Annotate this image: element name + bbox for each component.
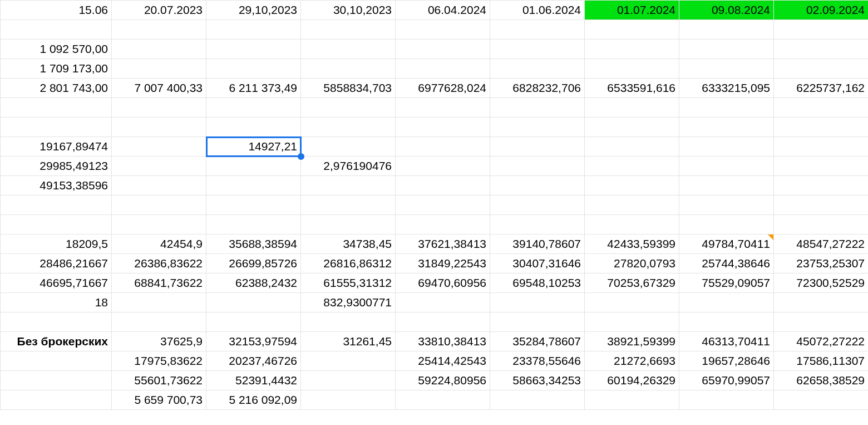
data-cell[interactable]: 46695,71667: [1, 273, 112, 293]
data-cell[interactable]: 42454,9: [112, 235, 206, 254]
data-cell[interactable]: [396, 98, 490, 118]
data-cell[interactable]: 31261,45: [301, 332, 396, 351]
header-cell[interactable]: 15.06: [1, 1, 112, 20]
data-cell[interactable]: [396, 293, 490, 312]
header-cell[interactable]: 01.07.2024: [585, 1, 679, 20]
data-cell[interactable]: [112, 312, 206, 332]
data-cell[interactable]: [774, 312, 869, 332]
data-cell[interactable]: 23378,55646: [490, 351, 585, 371]
data-cell[interactable]: 33810,38413: [396, 332, 490, 351]
data-cell[interactable]: [206, 215, 301, 235]
data-cell[interactable]: 69470,60956: [396, 273, 490, 293]
data-cell[interactable]: 7 007 400,33: [112, 79, 206, 98]
data-cell[interactable]: 68841,73622: [112, 273, 206, 293]
data-cell[interactable]: 20237,46726: [206, 351, 301, 371]
data-cell[interactable]: 832,9300771: [301, 293, 396, 312]
data-cell[interactable]: [396, 59, 490, 79]
data-cell[interactable]: 6533591,616: [585, 79, 679, 98]
data-cell[interactable]: [774, 390, 869, 410]
data-cell[interactable]: [206, 59, 301, 79]
data-cell[interactable]: [301, 98, 396, 118]
data-cell[interactable]: [679, 118, 774, 137]
header-cell[interactable]: 09.08.2024: [679, 1, 774, 20]
data-cell[interactable]: [774, 20, 869, 40]
data-cell[interactable]: [206, 40, 301, 59]
data-cell[interactable]: [774, 59, 869, 79]
data-cell[interactable]: 6 211 373,49: [206, 79, 301, 98]
data-cell[interactable]: 48547,27222: [774, 235, 869, 254]
data-cell[interactable]: [396, 137, 490, 157]
data-cell[interactable]: [301, 137, 396, 157]
data-cell[interactable]: [585, 40, 679, 59]
data-cell[interactable]: [585, 196, 679, 215]
data-cell[interactable]: [206, 196, 301, 215]
data-cell[interactable]: [112, 196, 206, 215]
data-cell[interactable]: 6225737,162: [774, 79, 869, 98]
data-cell[interactable]: [774, 293, 869, 312]
data-cell[interactable]: [490, 59, 585, 79]
data-cell[interactable]: 70253,67329: [585, 273, 679, 293]
data-cell[interactable]: [206, 20, 301, 40]
data-cell[interactable]: [679, 312, 774, 332]
data-cell[interactable]: [1, 351, 112, 371]
spreadsheet-grid[interactable]: 15.0620.07.202329,10,202330,10,202306.04…: [0, 0, 868, 410]
data-cell[interactable]: [490, 157, 585, 176]
header-cell[interactable]: 06.04.2024: [396, 1, 490, 20]
data-cell[interactable]: [112, 293, 206, 312]
data-cell[interactable]: [490, 40, 585, 59]
data-cell[interactable]: [679, 20, 774, 40]
data-cell[interactable]: [490, 293, 585, 312]
data-cell[interactable]: 21272,6693: [585, 351, 679, 371]
data-cell[interactable]: 18: [1, 293, 112, 312]
data-cell[interactable]: 69548,10253: [490, 273, 585, 293]
data-cell[interactable]: [112, 157, 206, 176]
data-cell[interactable]: 61555,31312: [301, 273, 396, 293]
data-cell[interactable]: [490, 196, 585, 215]
data-cell[interactable]: [396, 20, 490, 40]
data-cell[interactable]: [774, 137, 869, 157]
data-cell[interactable]: [679, 390, 774, 410]
data-cell[interactable]: [1, 98, 112, 118]
data-cell[interactable]: [490, 390, 585, 410]
data-cell[interactable]: 19167,89474: [1, 137, 112, 157]
data-cell[interactable]: [206, 293, 301, 312]
data-cell[interactable]: [301, 215, 396, 235]
data-cell[interactable]: [490, 215, 585, 235]
data-cell[interactable]: 75529,09057: [679, 273, 774, 293]
data-cell[interactable]: 26699,85726: [206, 254, 301, 273]
data-cell[interactable]: [585, 215, 679, 235]
data-cell[interactable]: [490, 137, 585, 157]
data-cell[interactable]: 49153,38596: [1, 176, 112, 196]
data-cell[interactable]: [679, 137, 774, 157]
header-cell[interactable]: 30,10,2023: [301, 1, 396, 20]
selection-fill-handle[interactable]: [298, 153, 304, 160]
data-cell[interactable]: 25414,42543: [396, 351, 490, 371]
data-cell[interactable]: 45072,27222: [774, 332, 869, 351]
data-cell[interactable]: [206, 118, 301, 137]
data-cell[interactable]: 5 216 092,09: [206, 390, 301, 410]
data-cell[interactable]: [396, 196, 490, 215]
data-cell[interactable]: [396, 157, 490, 176]
data-cell[interactable]: [679, 40, 774, 59]
data-cell[interactable]: [112, 137, 206, 157]
data-cell[interactable]: [112, 176, 206, 196]
data-cell[interactable]: 42433,59399: [585, 235, 679, 254]
data-cell[interactable]: 17975,83622: [112, 351, 206, 371]
data-cell[interactable]: 5858834,703: [301, 79, 396, 98]
data-cell[interactable]: 35688,38594: [206, 235, 301, 254]
data-cell[interactable]: 17586,11307: [774, 351, 869, 371]
data-cell[interactable]: 1 709 173,00: [1, 59, 112, 79]
data-cell[interactable]: 31849,22543: [396, 254, 490, 273]
data-cell[interactable]: [301, 40, 396, 59]
data-cell[interactable]: [585, 118, 679, 137]
data-cell[interactable]: [1, 215, 112, 235]
data-cell[interactable]: [1, 312, 112, 332]
data-cell[interactable]: [774, 40, 869, 59]
data-cell[interactable]: 62658,38529: [774, 371, 869, 390]
data-cell[interactable]: [301, 351, 396, 371]
data-cell[interactable]: [112, 59, 206, 79]
data-cell[interactable]: [1, 390, 112, 410]
data-cell[interactable]: 55601,73622: [112, 371, 206, 390]
row-label-cell[interactable]: Без брокерских: [1, 332, 112, 351]
data-cell[interactable]: 52391,4432: [206, 371, 301, 390]
